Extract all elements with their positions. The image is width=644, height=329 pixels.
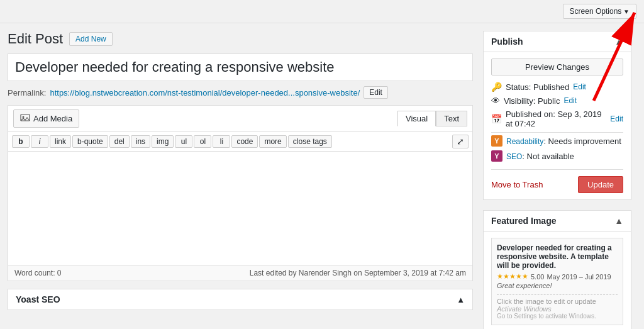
seo-yoast-icon: Y (491, 150, 502, 162)
activate-click-text: Click the image to edit or update (497, 298, 618, 305)
format-del[interactable]: del (109, 135, 130, 148)
format-bold[interactable]: b (12, 135, 30, 148)
post-title-input[interactable] (8, 53, 473, 81)
format-italic[interactable]: i (31, 135, 48, 148)
visibility-row: 👁 Visibility: Public Edit (491, 96, 623, 106)
featured-img-card-title: Developer needed for creating a responsi… (497, 243, 618, 270)
screen-options-button[interactable]: Screen Options (563, 4, 636, 19)
visibility-label: Visibility: Public (504, 96, 560, 106)
seo-link[interactable]: SEO (506, 152, 522, 161)
visibility-edit-link[interactable]: Edit (564, 96, 577, 105)
editor-content-area[interactable] (8, 152, 472, 265)
svg-point-3 (23, 116, 25, 118)
format-bquote[interactable]: b-quote (72, 135, 108, 148)
readability-yoast-icon: Y (491, 135, 502, 147)
permalink-link[interactable]: https://blog.nstwebcreation.com/nst-test… (50, 88, 360, 98)
sidebar-column: Publish ▲ Preview Changes 🔑 Status: Publ… (483, 31, 631, 329)
featured-image-collapse-icon: ▲ (614, 216, 623, 226)
format-code[interactable]: code (231, 135, 258, 148)
main-column: Edit Post Add New Permalink: https://blo… (8, 31, 473, 329)
title-input-wrap (8, 53, 473, 81)
move-to-trash-link[interactable]: Move to Trash (491, 180, 543, 189)
add-new-button[interactable]: Add New (69, 32, 113, 46)
yoast-header[interactable]: Yoast SEO ▲ (8, 289, 472, 309)
edit-slug-button[interactable]: Edit (364, 86, 388, 99)
publish-box-content: Preview Changes 🔑 Status: Published Edit… (484, 52, 631, 199)
add-media-label: Add Media (33, 114, 72, 123)
readability-link[interactable]: Readability (506, 137, 543, 146)
calendar-icon: 📅 (491, 114, 502, 124)
visibility-eye-icon: 👁 (491, 96, 500, 106)
seo-label: SEO: Not available (506, 152, 574, 161)
featured-image-content: Developer needed for creating a responsi… (484, 231, 631, 329)
seo-row: Y SEO: Not available (491, 150, 623, 162)
permalink-label: Permalink: (8, 88, 46, 98)
featured-image-title: Featured Image (491, 216, 556, 226)
permalink-bar: Permalink: https://blog.nstwebcreation.c… (8, 86, 473, 99)
featured-img-stars: ★★★★★ (497, 272, 528, 281)
publish-box-header[interactable]: Publish ▲ (484, 31, 631, 52)
format-ol[interactable]: ol (194, 135, 211, 148)
featured-img-dates: May 2019 – Jul 2019 (547, 273, 611, 281)
format-img[interactable]: img (152, 135, 174, 148)
editor-tabs: Visual Text (397, 111, 467, 126)
published-on-label: Published on: Sep 3, 2019 at 07:42 (506, 109, 606, 128)
status-edit-link[interactable]: Edit (573, 82, 586, 91)
readability-label: Readability: Needs improvement (506, 137, 621, 146)
status-label: Status: Published (506, 82, 569, 92)
publish-collapse-icon: ▲ (614, 36, 623, 47)
editor-footer: Word count: 0 Last edited by Narender Si… (8, 265, 472, 281)
publish-box-title: Publish (491, 36, 523, 47)
format-close-tags[interactable]: close tags (288, 135, 332, 148)
add-media-icon (20, 113, 30, 125)
publish-box: Publish ▲ Preview Changes 🔑 Status: Publ… (483, 31, 631, 200)
format-ul[interactable]: ul (175, 135, 192, 148)
update-button[interactable]: Update (578, 176, 623, 193)
publish-actions: Move to Trash Update (491, 169, 623, 193)
last-edited: Last edited by Narender Singh on Septemb… (250, 269, 466, 277)
format-link[interactable]: link (50, 135, 71, 148)
readability-row: Y Readability: Needs improvement (491, 135, 623, 147)
featured-img-great-text: Great experience! (497, 282, 618, 289)
add-media-button[interactable]: Add Media (13, 109, 79, 128)
toolbar-row2: b i link b-quote del ins img ul ol li co… (8, 132, 472, 152)
featured-image-preview[interactable]: Developer needed for creating a responsi… (491, 238, 623, 325)
fullscreen-button[interactable]: ⤢ (452, 135, 469, 148)
featured-image-header[interactable]: Featured Image ▲ (484, 211, 631, 231)
top-bar: Screen Options (0, 0, 644, 23)
tab-visual[interactable]: Visual (397, 111, 436, 126)
featured-image-box: Featured Image ▲ Developer needed for cr… (483, 210, 631, 329)
yoast-seo-box: Yoast SEO ▲ (8, 289, 473, 310)
word-count: Word count: 0 (14, 269, 61, 277)
yoast-title: Yoast SEO (16, 294, 60, 304)
format-more[interactable]: more (259, 135, 286, 148)
status-key-icon: 🔑 (491, 82, 502, 92)
status-row: 🔑 Status: Published Edit (491, 82, 623, 92)
published-on-row: 📅 Published on: Sep 3, 2019 at 07:42 Edi… (491, 109, 623, 128)
yoast-collapse-icon: ▲ (457, 295, 465, 304)
tab-text[interactable]: Text (436, 111, 467, 126)
editor-toolbar: Add Media Visual Text b i link b-quote d… (8, 105, 473, 281)
format-ins[interactable]: ins (131, 135, 150, 148)
activate-windows-subtext: Go to Settings to activate Windows. (497, 313, 618, 320)
format-li[interactable]: li (213, 135, 230, 148)
page-title: Edit Post (8, 31, 63, 47)
page-heading: Edit Post Add New (8, 31, 473, 47)
featured-img-rating: 5.00 (531, 273, 544, 281)
preview-changes-button[interactable]: Preview Changes (491, 59, 623, 75)
published-on-edit-link[interactable]: Edit (610, 114, 623, 123)
toolbar-row1: Add Media Visual Text (8, 106, 472, 132)
activate-windows-text: Activate Windows (497, 305, 618, 313)
